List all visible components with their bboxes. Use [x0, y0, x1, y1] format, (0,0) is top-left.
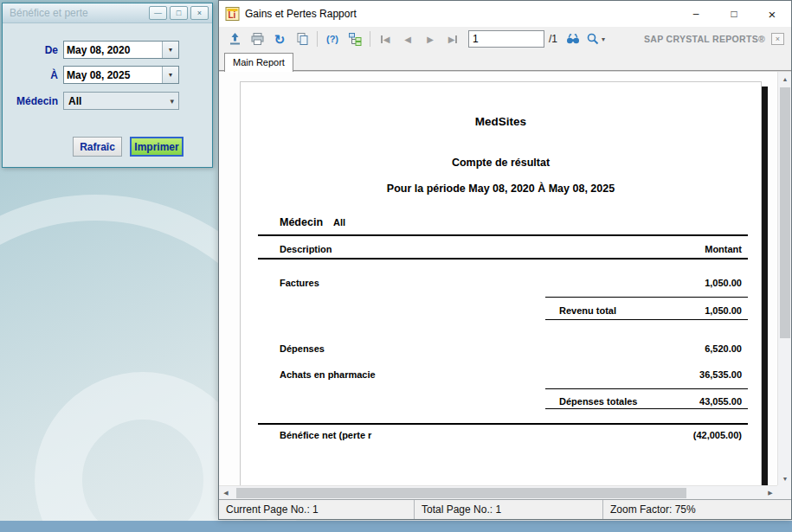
- scroll-left-icon[interactable]: ◀: [219, 486, 233, 499]
- toggle-group-tree-button[interactable]: [344, 29, 365, 49]
- next-page-icon: ▶: [427, 35, 434, 44]
- date-to-row: À ▾: [3, 66, 212, 84]
- window-close-button[interactable]: ×: [753, 1, 791, 27]
- window-maximize-button[interactable]: □: [715, 1, 753, 27]
- date-from-picker: ▾: [63, 41, 179, 59]
- subtotal-line: [545, 297, 748, 298]
- refresh-report-button[interactable]: ↻: [269, 29, 290, 49]
- divider-line: [258, 234, 748, 236]
- window-titlebar[interactable]: Li Gains et Pertes Rapport – □ ×: [219, 1, 791, 27]
- toolbar: ↻ (?) ◀: [219, 27, 791, 51]
- vertical-scrollbar-thumb[interactable]: [780, 87, 790, 338]
- report-viewport: MedSites Compte de résultat Pour la péri…: [219, 71, 791, 499]
- refresh-icon: ↻: [274, 33, 286, 46]
- parameter-panel-icon: (?): [326, 34, 338, 44]
- app-icon: Li: [225, 7, 240, 21]
- report-title: Compte de résultat: [241, 157, 761, 169]
- date-to-input[interactable]: [64, 67, 162, 83]
- tab-main-report[interactable]: Main Report: [224, 53, 293, 72]
- dialog-close-button[interactable]: ×: [190, 6, 209, 20]
- copy-button[interactable]: [292, 29, 312, 49]
- report-filter-row: Médecin All: [280, 216, 345, 228]
- medecin-row: Médecin All ▾: [3, 92, 212, 110]
- tab-bar: Main Report: [219, 51, 791, 71]
- scrollbar-corner: [777, 485, 791, 499]
- date-from-input[interactable]: [64, 42, 162, 58]
- print-report-button[interactable]: [247, 29, 267, 49]
- subtotal-line: [545, 319, 748, 320]
- date-from-dropdown-icon[interactable]: ▾: [162, 42, 178, 58]
- date-to-picker: ▾: [63, 66, 179, 84]
- report-subtotal-label: Revenu total: [559, 305, 616, 316]
- export-button[interactable]: [224, 29, 245, 49]
- medecin-label: Médecin: [3, 95, 58, 107]
- horizontal-scrollbar-thumb[interactable]: [236, 488, 686, 498]
- report-row-amount: 1,050.00: [705, 278, 742, 288]
- dialog-titlebar[interactable]: Bénéfice et perte — □ ×: [3, 3, 212, 23]
- window-title: Gains et Pertes Rapport: [245, 8, 677, 20]
- scroll-right-icon[interactable]: ▶: [763, 486, 777, 499]
- export-icon: [228, 32, 242, 46]
- previous-page-icon: ◀: [404, 35, 411, 44]
- dialog-title: Bénéfice et perte: [10, 7, 146, 19]
- report-row-amount: 6,520.00: [705, 343, 742, 354]
- date-from-row: De ▾: [3, 41, 212, 59]
- medecin-select[interactable]: All ▾: [63, 92, 179, 110]
- dialog-maximize-button[interactable]: □: [170, 6, 188, 20]
- scroll-up-icon[interactable]: ▲: [778, 72, 791, 86]
- horizontal-scrollbar[interactable]: ◀ ▶: [219, 485, 777, 499]
- column-header-amount: Montant: [705, 244, 742, 254]
- status-zoom-factor: Zoom Factor: 75%: [603, 500, 791, 519]
- page-number-input[interactable]: [468, 30, 544, 48]
- vertical-scrollbar[interactable]: ▲ ▼: [777, 72, 791, 485]
- report-window: Li Gains et Pertes Rapport – □ ×: [218, 0, 792, 520]
- search-button[interactable]: [563, 29, 583, 49]
- binoculars-icon: [565, 32, 581, 46]
- report-row-amount: 36,535.00: [699, 369, 742, 380]
- last-page-icon: [455, 35, 457, 43]
- first-page-button[interactable]: ◀: [375, 29, 396, 49]
- brand-close-button[interactable]: ×: [771, 33, 784, 45]
- scroll-down-icon[interactable]: ▼: [778, 471, 791, 485]
- last-page-button[interactable]: ▶: [442, 29, 463, 49]
- zoom-button[interactable]: ▾: [585, 29, 606, 49]
- window-minimize-button[interactable]: –: [677, 1, 715, 27]
- svg-text:Li: Li: [229, 10, 236, 20]
- net-total-line: [258, 423, 748, 425]
- page-total-label: /1: [549, 33, 557, 45]
- report-row-label: Factures: [280, 278, 319, 288]
- report-period: Pour la période May 08, 2020 À May 08, 2…: [241, 183, 761, 195]
- previous-page-button[interactable]: ◀: [397, 29, 418, 49]
- toolbar-separator: [317, 31, 318, 47]
- refresh-button[interactable]: Rafraîc: [73, 137, 122, 157]
- report-filter-value: All: [333, 217, 345, 228]
- chevron-down-icon: ▾: [170, 97, 174, 106]
- subtotal-line: [545, 408, 748, 409]
- status-total-page: Total Page No.: 1: [415, 500, 603, 519]
- toggle-parameter-panel-button[interactable]: (?): [322, 29, 343, 49]
- dialog-minimize-button[interactable]: —: [149, 6, 167, 20]
- dialog-body: De ▾ À ▾ Médecin All ▾: [3, 23, 212, 168]
- next-page-button[interactable]: ▶: [420, 29, 441, 49]
- report-filter-label: Médecin: [280, 216, 323, 228]
- column-header-description: Description: [280, 244, 332, 254]
- toolbar-separator: [370, 31, 370, 47]
- date-to-dropdown-icon[interactable]: ▾: [162, 67, 178, 83]
- medecin-selected-value: All: [68, 95, 170, 107]
- subtotal-line: [545, 388, 748, 389]
- brand-label: SAP CRYSTAL REPORTS®: [644, 34, 765, 44]
- print-button[interactable]: Imprimer: [130, 137, 184, 157]
- first-page-icon: [381, 35, 383, 43]
- report-company: MedSites: [241, 115, 761, 128]
- background-band: [0, 521, 792, 532]
- dialog-buttons: Rafraîc Imprimer: [3, 137, 212, 157]
- group-tree-icon: [348, 32, 363, 46]
- report-net-amount: (42,005.00): [693, 430, 742, 440]
- report-subtotal-label: Dépenses totales: [559, 396, 637, 407]
- divider-line: [258, 258, 748, 260]
- report-net-label: Bénéfice net (perte r: [280, 430, 371, 440]
- report-row-label: Dépenses: [280, 343, 325, 354]
- brand-area: SAP CRYSTAL REPORTS® ×: [644, 33, 787, 45]
- report-subtotal-amount: 1,050.00: [705, 305, 742, 316]
- copy-icon: [295, 32, 309, 46]
